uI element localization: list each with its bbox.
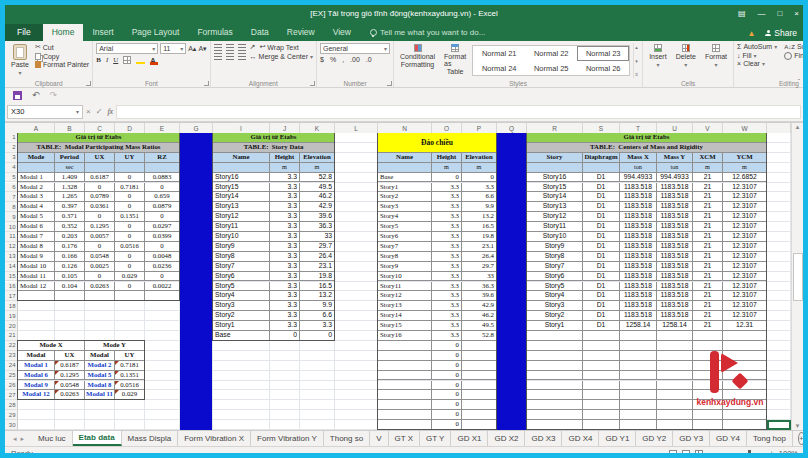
- delete-cells-button[interactable]: Delete ▾: [673, 43, 699, 78]
- cell-A24[interactable]: Modal 1: [18, 361, 55, 371]
- row-header-10[interactable]: 10: [5, 222, 18, 232]
- cell-S25[interactable]: [583, 371, 620, 381]
- cell-C15[interactable]: 0: [85, 272, 115, 282]
- zoom-out-button[interactable]: −: [708, 449, 713, 453]
- row-header-3[interactable]: 3: [5, 153, 18, 163]
- clipboard-dialog-launcher[interactable]: [86, 81, 91, 86]
- row-header-9[interactable]: 9: [5, 212, 18, 222]
- cell-I10[interactable]: Story11: [213, 222, 270, 232]
- cell-U25[interactable]: [657, 371, 693, 381]
- cell-V9[interactable]: 21: [693, 212, 723, 222]
- cell-A17[interactable]: [18, 291, 55, 301]
- cell-A11[interactable]: Modal 7: [18, 232, 55, 242]
- cell-V21[interactable]: [693, 331, 723, 341]
- warning-icon[interactable]: ▲: [747, 29, 755, 38]
- bold-button[interactable]: B: [96, 56, 101, 64]
- cell-D16[interactable]: 0: [115, 282, 145, 292]
- cell-W7[interactable]: 12.3107: [723, 192, 767, 202]
- cell-O15[interactable]: 3.3: [432, 272, 462, 282]
- cell-V6[interactable]: 21: [693, 183, 723, 193]
- row-header-26[interactable]: 26: [5, 381, 18, 391]
- cell-N21[interactable]: Story16: [378, 331, 432, 341]
- cell-R7[interactable]: Story14: [527, 192, 583, 202]
- zoom-slider-handle[interactable]: [748, 450, 751, 454]
- cell-K9[interactable]: 39.6: [300, 212, 335, 222]
- cell-O3[interactable]: Height: [432, 153, 462, 163]
- style-normal-21[interactable]: Normal 21: [473, 46, 525, 61]
- cell-P13[interactable]: 26.4: [462, 252, 497, 262]
- cell-R6[interactable]: Story15: [527, 183, 583, 193]
- cell-C22[interactable]: Mode Y: [85, 341, 145, 351]
- cell-N15[interactable]: Story10: [378, 272, 432, 282]
- ribbon-display-options-icon[interactable]: ▤: [738, 9, 746, 18]
- cell-A13[interactable]: Modal 9: [18, 252, 55, 262]
- cell-D9[interactable]: 0.1351: [115, 212, 145, 222]
- cell-E13[interactable]: 0.0048: [145, 252, 180, 262]
- cell-I12[interactable]: Story9: [213, 242, 270, 252]
- cell-V4[interactable]: m: [693, 163, 723, 173]
- cell-K8[interactable]: 42.9: [300, 202, 335, 212]
- row-header-30[interactable]: 30: [5, 420, 18, 430]
- cell-A2[interactable]: TABLE: Modal Participating Mass Ratios: [18, 143, 180, 153]
- cell-R14[interactable]: Story7: [527, 262, 583, 272]
- find-select-button[interactable]: Find & Select▾: [784, 52, 803, 60]
- row-header-27[interactable]: 27: [5, 390, 18, 400]
- share-button[interactable]: Share: [765, 28, 797, 38]
- cell-B26[interactable]: 0.0548: [55, 381, 85, 391]
- redo-button[interactable]: ↷: [50, 90, 58, 100]
- cell-I3[interactable]: Name: [213, 153, 270, 163]
- cell-K3[interactable]: Elevation: [300, 153, 335, 163]
- cell-D10[interactable]: 0: [115, 222, 145, 232]
- column-header-O[interactable]: O: [432, 123, 462, 133]
- cell-O24[interactable]: 0: [432, 361, 462, 371]
- restore-button[interactable]: □: [777, 9, 782, 18]
- gallery-up-icon[interactable]: ▴: [635, 44, 638, 50]
- cell-K4[interactable]: m: [300, 163, 335, 173]
- cell-W18[interactable]: 12.3107: [723, 301, 767, 311]
- cell-O11[interactable]: 3.3: [432, 232, 462, 242]
- cell-P27[interactable]: [462, 390, 497, 400]
- cell-J12[interactable]: 3.3: [270, 242, 300, 252]
- italic-button[interactable]: I: [106, 56, 108, 64]
- cell-S5[interactable]: D1: [583, 173, 620, 183]
- cell-C4[interactable]: [85, 163, 115, 173]
- conditional-formatting-button[interactable]: Conditional Formatting: [397, 43, 438, 78]
- cell-R17[interactable]: Story4: [527, 291, 583, 301]
- cell-R30[interactable]: [527, 420, 583, 430]
- cell-W5[interactable]: 12.6852: [723, 173, 767, 183]
- cell-V18[interactable]: 21: [693, 301, 723, 311]
- sort-filter-button[interactable]: A↓ZSort & Filter▾: [784, 43, 803, 50]
- cell-U8[interactable]: 1183.518: [657, 202, 693, 212]
- align-left-button[interactable]: [214, 53, 222, 60]
- sheet-tab-gd-y1[interactable]: GD Y1: [599, 431, 636, 446]
- cell-D3[interactable]: UY: [115, 153, 145, 163]
- cell-O9[interactable]: 3.3: [432, 212, 462, 222]
- increase-decimal-button[interactable]: .00: [350, 56, 360, 63]
- cell-C10[interactable]: 0.1295: [85, 222, 115, 232]
- cell-R18[interactable]: Story3: [527, 301, 583, 311]
- cell-N22[interactable]: [378, 341, 432, 351]
- cell-K18[interactable]: 9.9: [300, 301, 335, 311]
- cell-T25[interactable]: [620, 371, 657, 381]
- row-header-2[interactable]: 2: [5, 143, 18, 153]
- column-header-L[interactable]: L: [335, 123, 378, 133]
- cell-T19[interactable]: 1183.518: [620, 311, 657, 321]
- sheet-tab-thong-so[interactable]: Thong so: [324, 431, 370, 446]
- cell-B14[interactable]: 0.126: [55, 262, 85, 272]
- cell-E8[interactable]: 0.0879: [145, 202, 180, 212]
- cell-B6[interactable]: 1.328: [55, 183, 85, 193]
- gallery-down-icon[interactable]: ▾: [635, 58, 638, 64]
- cell-T23[interactable]: [620, 351, 657, 361]
- cell-A8[interactable]: Modal 4: [18, 202, 55, 212]
- cell-P19[interactable]: 46.2: [462, 311, 497, 321]
- cell-B10[interactable]: 0.352: [55, 222, 85, 232]
- cell-R20[interactable]: Story1: [527, 321, 583, 331]
- cell-O6[interactable]: 3.3: [432, 183, 462, 193]
- cell-D15[interactable]: 0.029: [115, 272, 145, 282]
- cell-J14[interactable]: 3.3: [270, 262, 300, 272]
- cell-A5[interactable]: Modal 1: [18, 173, 55, 183]
- sheet-tab-tong-hop[interactable]: Tong hop: [747, 431, 793, 446]
- cell-P11[interactable]: 19.8: [462, 232, 497, 242]
- cell-W3[interactable]: YCM: [723, 153, 767, 163]
- cell-U15[interactable]: 1183.518: [657, 272, 693, 282]
